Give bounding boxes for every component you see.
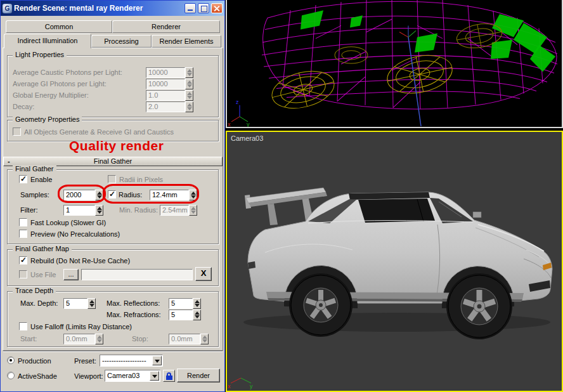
footer-separator — [3, 351, 223, 352]
final-gather-group: Final Gather Enable Radii in Pixels Samp… — [7, 169, 219, 244]
decay-label: Decay: — [13, 103, 34, 110]
viewport-label: Viewport: — [74, 372, 103, 380]
activeshade-radio[interactable] — [7, 372, 15, 379]
chevron-down-icon[interactable] — [150, 371, 159, 381]
min-radius-field[interactable]: 2.54mm — [160, 205, 189, 216]
max-refractions-label: Max. Refractions: — [107, 311, 161, 318]
preset-dropdown[interactable]: ------------------- — [100, 355, 163, 367]
max-reflections-spinner[interactable] — [193, 298, 201, 309]
camera-viewport-label: Camera03 — [231, 134, 263, 142]
max-depth-field[interactable]: 5 — [63, 298, 87, 309]
start-spinner[interactable] — [95, 334, 103, 344]
filter-label: Filter: — [20, 206, 38, 214]
chevron-down-icon[interactable] — [152, 356, 162, 365]
trace-depth-group: Trace Depth Max. Depth: 5 Max. Reflectio… — [7, 291, 219, 347]
final-gather-rollout-title: Final Gather — [94, 157, 133, 165]
lock-body — [166, 376, 172, 380]
tab-common[interactable]: Common — [6, 20, 112, 33]
avg-gi-label: Average GI Photons per Light: — [13, 80, 107, 88]
radius-label: Radius: — [119, 191, 142, 199]
trace-depth-legend: Trace Depth — [13, 287, 56, 294]
stop-label: Stop: — [132, 335, 148, 343]
rebuild-label: Rebuild (Do Not Re-Use Cache) — [30, 257, 130, 265]
tab-render-elements[interactable]: Render Elements — [152, 35, 221, 48]
radius-spinner[interactable] — [189, 190, 197, 200]
viewport-value: Camera03 — [107, 372, 149, 379]
fast-lookup-label: Fast Lookup (Slower GI) — [30, 219, 106, 226]
render-button[interactable]: Render — [177, 369, 220, 382]
inner-wheel-wireframe — [335, 47, 368, 63]
start-field[interactable]: 0.0mm — [63, 334, 95, 344]
enable-checkbox[interactable] — [19, 175, 27, 183]
radius-checkbox[interactable] — [108, 190, 116, 199]
filter-spinner[interactable] — [95, 205, 103, 216]
production-radio[interactable] — [7, 356, 15, 364]
axis-x-label: x — [228, 121, 231, 127]
max-refractions-spinner[interactable] — [193, 310, 201, 320]
all-objects-label: All Objects Generate & Receive GI and Ca… — [24, 128, 174, 136]
axis-y-label: y — [247, 121, 250, 127]
preset-label: Preset: — [74, 357, 96, 365]
filter-field[interactable]: 1 — [63, 205, 95, 216]
radii-in-pixels-checkbox[interactable] — [108, 175, 116, 183]
clear-file-button[interactable]: X — [195, 267, 212, 281]
fast-lookup-checkbox[interactable] — [19, 218, 27, 226]
radius-field[interactable]: 12.4mm — [150, 190, 189, 200]
window-title: Render Scene: mental ray Renderer — [14, 4, 183, 13]
max-refractions-field[interactable]: 5 — [169, 310, 193, 320]
samples-field[interactable]: 2000 — [63, 190, 95, 200]
camera-axis-tripod: x y — [228, 378, 253, 389]
final-gather-map-legend: Final Gather Map — [13, 245, 72, 252]
titlebar[interactable]: G Render Scene: mental ray Renderer — [1, 1, 224, 16]
light-properties-legend: Light Properties — [13, 51, 67, 58]
cam-axis-y-label: y — [250, 383, 253, 389]
browse-file-button[interactable]: ... — [63, 269, 79, 280]
quality-render-annotation: Quality render — [69, 138, 164, 154]
stop-field[interactable]: 0.0mm — [169, 334, 200, 344]
stop-spinner[interactable] — [200, 334, 209, 344]
rollout-collapse-icon: - — [8, 157, 10, 166]
tab-indirect-illumination[interactable]: Indirect Illumination — [4, 34, 91, 48]
avg-caustic-spinner[interactable] — [185, 67, 193, 78]
samples-spinner[interactable] — [95, 190, 103, 200]
world-axis-tripod: z x y — [228, 99, 250, 127]
decay-spinner[interactable] — [185, 101, 193, 112]
min-radius-spinner[interactable] — [189, 205, 197, 216]
decay-field[interactable]: 2.0 — [146, 101, 185, 112]
viewport-dropdown[interactable]: Camera03 — [105, 370, 160, 382]
close-icon[interactable] — [211, 3, 223, 13]
radii-in-pixels-label: Radii in Pixels — [119, 176, 163, 183]
app-icon: G — [3, 4, 12, 13]
preview-checkbox[interactable] — [19, 230, 27, 238]
use-file-checkbox[interactable] — [19, 270, 27, 278]
max-reflections-field[interactable]: 5 — [169, 298, 193, 309]
tab-renderer[interactable]: Renderer — [112, 20, 220, 33]
wireframe-viewport[interactable]: z x y — [226, 0, 563, 128]
use-falloff-checkbox[interactable] — [19, 322, 27, 330]
final-gather-map-group: Final Gather Map Rebuild (Do Not Re-Use … — [7, 249, 219, 286]
energy-multiplier-field[interactable]: 1.0 — [146, 90, 185, 101]
avg-caustic-field[interactable]: 10000 — [146, 67, 185, 78]
avg-gi-field[interactable]: 10000 — [146, 79, 185, 89]
energy-multiplier-label: Global Energy Multiplier: — [13, 91, 89, 99]
file-path-field[interactable] — [81, 269, 193, 280]
max-depth-label: Max. Depth: — [20, 299, 58, 307]
max-depth-spinner[interactable] — [87, 298, 96, 309]
minimize-icon[interactable] — [184, 3, 196, 13]
energy-multiplier-spinner[interactable] — [185, 90, 193, 101]
samples-label: Samples: — [20, 191, 49, 199]
camera-viewport[interactable]: Camera03 — [226, 131, 563, 392]
rebuild-checkbox[interactable] — [19, 256, 27, 265]
avg-gi-spinner[interactable] — [185, 79, 193, 89]
tab-processing[interactable]: Processing — [91, 35, 152, 48]
final-gather-legend: Final Gather — [13, 165, 56, 173]
light-properties-group: Light Properties Average Caustic Photons… — [7, 55, 219, 117]
all-objects-checkbox[interactable] — [13, 127, 21, 136]
render-scene-dialog: G Render Scene: mental ray Renderer Comm… — [0, 0, 225, 392]
camera-canvas: x y — [227, 132, 562, 391]
production-label: Production — [18, 357, 51, 365]
preset-value: ------------------- — [102, 356, 152, 364]
maximize-icon[interactable] — [198, 3, 209, 13]
geometry-properties-legend: Geometry Properties — [13, 115, 82, 123]
lock-icon[interactable] — [163, 370, 175, 382]
